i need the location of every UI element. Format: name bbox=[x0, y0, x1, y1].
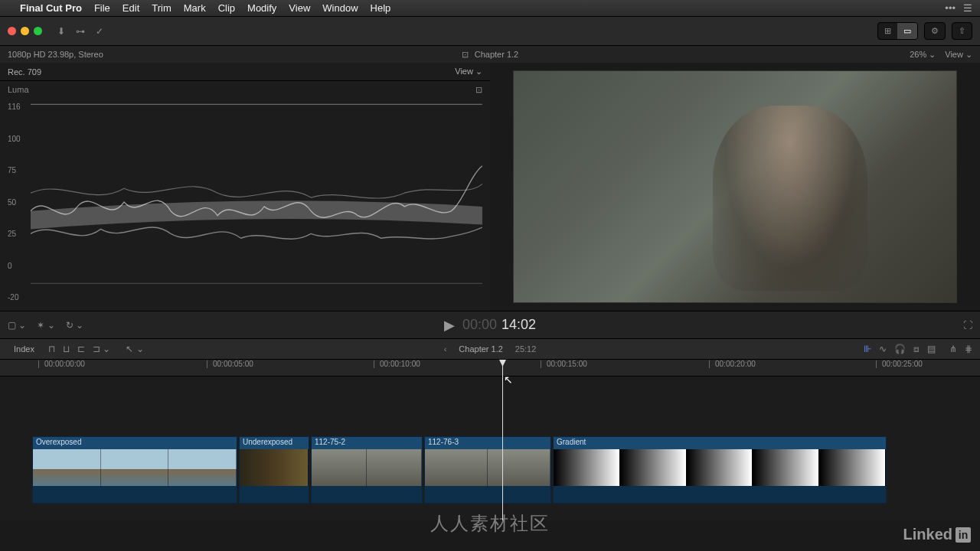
tick-75: 75 bbox=[8, 166, 28, 174]
menu-clip[interactable]: Clip bbox=[218, 2, 235, 14]
layout-segment: ⊞ ▭ bbox=[877, 22, 918, 40]
clip-audio bbox=[312, 486, 422, 503]
clip-sort-icon[interactable]: ↻ ⌄ bbox=[66, 320, 83, 331]
audio-skimming-icon[interactable]: ∿ bbox=[879, 344, 887, 354]
mouse-cursor-icon: ↖ bbox=[504, 373, 513, 386]
enhance-icon[interactable]: ⊡ bbox=[462, 50, 469, 60]
clip-thumbnail bbox=[240, 449, 309, 486]
menu-help[interactable]: Help bbox=[371, 2, 391, 14]
menu-window[interactable]: Window bbox=[322, 2, 358, 14]
menu-modify[interactable]: Modify bbox=[247, 2, 276, 14]
clip[interactable]: Overexposed bbox=[32, 436, 237, 504]
clip[interactable]: Underexposed bbox=[239, 436, 309, 504]
clip-label: 112-75-2 bbox=[312, 437, 422, 449]
clip-audio bbox=[33, 486, 237, 503]
ruler-tick: 00:00:20:00 bbox=[709, 360, 756, 368]
clip-thumbnail bbox=[312, 449, 367, 486]
clip-appearance-icon[interactable]: ▢ ⌄ bbox=[8, 320, 26, 331]
tick-neg20: -20 bbox=[8, 293, 28, 302]
lanes-icon[interactable]: ▤ bbox=[927, 344, 936, 354]
watermark-linkedin: Linkedin bbox=[903, 526, 971, 543]
menu-edit[interactable]: Edit bbox=[122, 2, 139, 14]
menu-trim[interactable]: Trim bbox=[152, 2, 172, 14]
playhead[interactable] bbox=[502, 360, 503, 520]
app-toolbar: ⬇ ⊶ ✓ ⊞ ▭ ⚙ ⇧ bbox=[0, 17, 980, 46]
clip[interactable]: Gradient bbox=[553, 436, 887, 504]
primary-storyline[interactable]: OverexposedUnderexposed112-75-2112-76-3G… bbox=[32, 436, 888, 504]
scope-view-menu[interactable]: View ⌄ bbox=[455, 67, 482, 77]
fullscreen-icon[interactable]: ⛶ bbox=[963, 320, 972, 331]
luma-waveform: 116 100 75 50 25 0 -20 bbox=[0, 98, 490, 311]
play-button[interactable]: ▶ bbox=[444, 317, 455, 334]
clip[interactable]: 112-75-2 bbox=[311, 436, 423, 504]
share-button[interactable]: ⇧ bbox=[952, 23, 972, 39]
viewer-panel bbox=[490, 63, 980, 311]
clip-audio bbox=[240, 486, 309, 503]
clip-thumbnail bbox=[488, 449, 550, 486]
clip-thumbnail bbox=[620, 449, 687, 486]
clip[interactable]: 112-76-3 bbox=[424, 436, 551, 504]
ruler-tick: 00:00:05:00 bbox=[207, 360, 253, 368]
inspector-toggle-button[interactable]: ⚙ bbox=[925, 23, 945, 39]
clip-thumbnail bbox=[101, 449, 169, 486]
zoom-level[interactable]: 26% ⌄ bbox=[910, 50, 936, 60]
bg-tasks-icon[interactable]: ✓ bbox=[96, 26, 103, 37]
arrow-tool-icon[interactable]: ↖ ⌄ bbox=[126, 344, 143, 354]
snapping-icon[interactable]: ⧈ bbox=[913, 344, 920, 354]
trim-start-icon[interactable]: ⋔ bbox=[949, 344, 957, 354]
timeline[interactable]: 00:00:00:0000:00:05:0000:00:10:0000:00:1… bbox=[0, 360, 980, 520]
keyword-icon[interactable]: ⊶ bbox=[76, 26, 85, 37]
project-title: Chapter 1.2 bbox=[475, 50, 518, 59]
clip-thumbnail bbox=[367, 449, 422, 486]
clip-thumbnail bbox=[168, 449, 237, 486]
video-scopes-panel: Rec. 709 View ⌄ Luma ⊡ 116 100 75 50 25 … bbox=[0, 63, 490, 311]
close-button[interactable] bbox=[8, 27, 16, 35]
system-menubar: Final Cut Pro File Edit Trim Mark Clip M… bbox=[0, 0, 980, 17]
clip-thumbnail bbox=[425, 449, 488, 486]
clip-thumbnail bbox=[819, 449, 886, 486]
scrub-bar: ▢ ⌄ ✶ ⌄ ↻ ⌄ ▶ 00:00 14:02 ⛶ bbox=[0, 311, 980, 338]
menu-extras-icon[interactable]: ••• bbox=[945, 2, 956, 14]
layout-timeline-button[interactable]: ▭ bbox=[897, 23, 917, 39]
solo-icon[interactable]: 🎧 bbox=[894, 344, 906, 354]
timeline-ruler[interactable]: 00:00:00:0000:00:05:0000:00:10:0000:00:1… bbox=[0, 360, 980, 377]
clip-thumbnail bbox=[687, 449, 753, 486]
ruler-tick: 00:00:10:00 bbox=[374, 360, 420, 368]
connect-clip-icon[interactable]: ⊓ bbox=[48, 344, 55, 354]
history-back-button[interactable]: ‹ bbox=[444, 344, 447, 354]
menu-view[interactable]: View bbox=[289, 2, 310, 14]
scope-type: Luma bbox=[8, 85, 29, 94]
timeline-project-name: Chapter 1.2 bbox=[459, 344, 502, 354]
skimming-icon[interactable]: ⊪ bbox=[864, 344, 871, 354]
insert-clip-icon[interactable]: ⊔ bbox=[63, 344, 70, 354]
trim-end-icon[interactable]: ⋕ bbox=[965, 344, 972, 354]
main-area: Rec. 709 View ⌄ Luma ⊡ 116 100 75 50 25 … bbox=[0, 63, 980, 311]
app-name[interactable]: Final Cut Pro bbox=[20, 2, 82, 14]
menu-list-icon[interactable]: ☰ bbox=[963, 2, 972, 14]
clip-label: Gradient bbox=[554, 437, 886, 449]
clip-label: Overexposed bbox=[33, 437, 237, 449]
clip-filter-icon[interactable]: ✶ ⌄ bbox=[37, 320, 54, 331]
tick-100: 100 bbox=[8, 135, 28, 143]
clip-thumbnail bbox=[753, 449, 819, 486]
ruler-tick: 00:00:00:00 bbox=[38, 360, 85, 368]
import-icon[interactable]: ⬇ bbox=[57, 26, 65, 37]
menu-mark[interactable]: Mark bbox=[184, 2, 206, 14]
tick-25: 25 bbox=[8, 230, 28, 238]
format-label: 1080p HD 23.98p, Stereo bbox=[8, 50, 103, 59]
overwrite-clip-icon[interactable]: ⊐ ⌄ bbox=[93, 344, 110, 354]
clip-label: 112-76-3 bbox=[425, 437, 550, 449]
view-menu[interactable]: View ⌄ bbox=[945, 50, 972, 60]
minimize-button[interactable] bbox=[21, 27, 29, 35]
clip-thumbnail bbox=[554, 449, 620, 486]
menu-file[interactable]: File bbox=[94, 2, 110, 14]
clip-label: Underexposed bbox=[240, 437, 309, 449]
scope-settings-icon[interactable]: ⊡ bbox=[475, 85, 482, 95]
viewer-video[interactable] bbox=[513, 70, 957, 303]
zoom-button[interactable] bbox=[34, 27, 42, 35]
index-button[interactable]: Index bbox=[8, 343, 41, 355]
scope-colorspace: Rec. 709 bbox=[8, 67, 41, 77]
timeline-header: Index ⊓ ⊔ ⊏ ⊐ ⌄ ↖ ⌄ ‹ Chapter 1.2 25:12 … bbox=[0, 338, 980, 360]
layout-browser-button[interactable]: ⊞ bbox=[878, 23, 897, 39]
append-clip-icon[interactable]: ⊏ bbox=[77, 344, 85, 354]
